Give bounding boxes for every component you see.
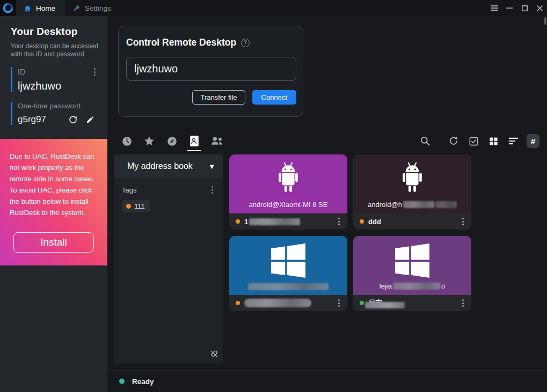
password-label: One-time password xyxy=(18,102,99,110)
device-menu-icon[interactable] xyxy=(458,298,468,308)
password-section: One-time password g5rg97 xyxy=(11,102,99,125)
tag-view-icon[interactable]: # xyxy=(527,133,539,149)
tab-home[interactable]: Home xyxy=(16,0,65,16)
status-bar: Ready xyxy=(107,370,547,392)
tags-menu-icon[interactable] xyxy=(208,185,216,195)
device-card-footer: ddd xyxy=(353,213,471,230)
id-label: ID xyxy=(18,68,25,76)
rustdesk-window: Home Settings Yo xyxy=(0,0,547,392)
device-hostname: android@h xyxy=(353,201,471,209)
device-menu-icon[interactable] xyxy=(334,298,344,308)
tag-chip-111[interactable]: 111 xyxy=(122,200,150,212)
clear-tags-icon[interactable] xyxy=(210,350,218,360)
device-menu-icon[interactable] xyxy=(458,217,468,226)
your-desktop-title: Your Desktop xyxy=(11,26,99,38)
device-banner[interactable] xyxy=(229,236,347,295)
address-book-name: My address book xyxy=(127,161,193,171)
rustdesk-logo-icon xyxy=(3,3,13,13)
grid-view-icon[interactable] xyxy=(487,133,500,149)
home-icon xyxy=(24,4,32,12)
device-alias: 局安 xyxy=(368,298,382,308)
connection-status-dot xyxy=(119,379,125,384)
search-icon[interactable] xyxy=(419,133,432,149)
windows-icon xyxy=(395,243,429,278)
tab-divider xyxy=(121,5,121,11)
groups-icon[interactable] xyxy=(210,133,223,149)
tab-home-label: Home xyxy=(36,4,55,12)
address-book-selector[interactable]: My address book ▼ xyxy=(114,154,223,178)
main-area: Control Remote Desktop ? Transfer file C… xyxy=(107,16,547,392)
discovered-icon[interactable] xyxy=(165,133,178,149)
wrench-icon xyxy=(72,4,81,12)
refresh-password-icon[interactable] xyxy=(68,115,78,124)
help-icon[interactable]: ? xyxy=(241,39,250,47)
chevron-down-icon: ▼ xyxy=(208,162,215,171)
titlebar: Home Settings xyxy=(0,0,547,16)
id-menu-icon[interactable] xyxy=(91,67,99,77)
transfer-file-button[interactable]: Transfer file xyxy=(192,90,245,105)
android-icon xyxy=(397,162,428,196)
edit-password-icon[interactable] xyxy=(86,115,94,124)
tab-settings[interactable]: Settings xyxy=(65,0,121,16)
session-toolbar: # xyxy=(107,132,547,150)
recent-sessions-icon[interactable] xyxy=(120,133,133,149)
minimize-button[interactable] xyxy=(502,0,517,16)
tab-settings-label: Settings xyxy=(85,4,111,12)
your-desktop-description: Your desktop can be accessed with this I… xyxy=(11,42,99,58)
password-value[interactable]: g5rg97 xyxy=(18,114,46,125)
list-view-icon[interactable] xyxy=(507,133,520,149)
status-dot xyxy=(360,301,364,305)
address-book-tab-icon[interactable] xyxy=(188,133,201,149)
status-dot xyxy=(236,301,240,305)
device-hostname xyxy=(229,283,347,290)
remote-id-input[interactable] xyxy=(126,57,296,81)
device-card-footer: 1 xyxy=(229,213,347,230)
close-button[interactable] xyxy=(532,0,547,16)
address-book-panel: My address book ▼ Tags 111 xyxy=(114,154,223,364)
device-alias: 1 xyxy=(244,218,300,226)
panel-title: Control Remote Desktop xyxy=(126,37,236,48)
install-button[interactable]: Install xyxy=(13,232,94,253)
window-controls xyxy=(487,0,547,16)
device-banner[interactable]: android@Xiaomi-MI 8 SE xyxy=(229,154,347,213)
sidebar: Your Desktop Your desktop can be accesse… xyxy=(0,16,107,392)
device-menu-icon[interactable] xyxy=(334,217,344,226)
status-dot xyxy=(360,219,364,224)
device-banner[interactable]: android@h xyxy=(353,154,471,213)
id-section: ID ljwzhuwo xyxy=(11,67,99,92)
connect-button[interactable]: Connect xyxy=(252,90,296,105)
device-alias: ddd xyxy=(368,218,381,226)
app-logo xyxy=(0,0,16,16)
device-card-footer: 局安 xyxy=(353,295,471,311)
connection-status-text: Ready xyxy=(132,378,154,386)
device-banner[interactable]: lejia o xyxy=(353,236,471,295)
tags-label: Tags xyxy=(122,186,136,194)
device-hostname: android@Xiaomi-MI 8 SE xyxy=(229,201,347,209)
android-icon xyxy=(273,162,304,196)
device-grid: android@Xiaomi-MI 8 SE 1 xyxy=(229,154,471,311)
uac-install-banner: Due to UAC, RustDesk can not work proper… xyxy=(0,139,107,265)
select-checkbox-icon[interactable] xyxy=(467,133,480,149)
uac-warning-text: Due to UAC, RustDesk can not work proper… xyxy=(10,151,98,218)
device-hostname: lejia o xyxy=(353,282,471,290)
refresh-icon[interactable] xyxy=(447,133,460,149)
favorites-icon[interactable] xyxy=(143,133,156,149)
windows-icon xyxy=(271,243,305,278)
tag-color-dot xyxy=(126,204,131,209)
control-remote-desktop-panel: Control Remote Desktop ? Transfer file C… xyxy=(118,26,303,117)
scrollbar-thumb[interactable] xyxy=(544,17,546,25)
device-card[interactable] xyxy=(229,236,347,311)
device-alias xyxy=(244,299,311,307)
device-card[interactable]: lejia o 局安 xyxy=(353,236,471,311)
device-id-value[interactable]: ljwzhuwo xyxy=(18,80,99,92)
device-card[interactable]: android@h ddd xyxy=(353,154,471,230)
device-card[interactable]: android@Xiaomi-MI 8 SE 1 xyxy=(229,154,347,230)
status-dot xyxy=(236,219,240,224)
menu-icon[interactable] xyxy=(487,0,502,16)
device-card-footer xyxy=(229,295,347,311)
maximize-button[interactable] xyxy=(517,0,532,16)
